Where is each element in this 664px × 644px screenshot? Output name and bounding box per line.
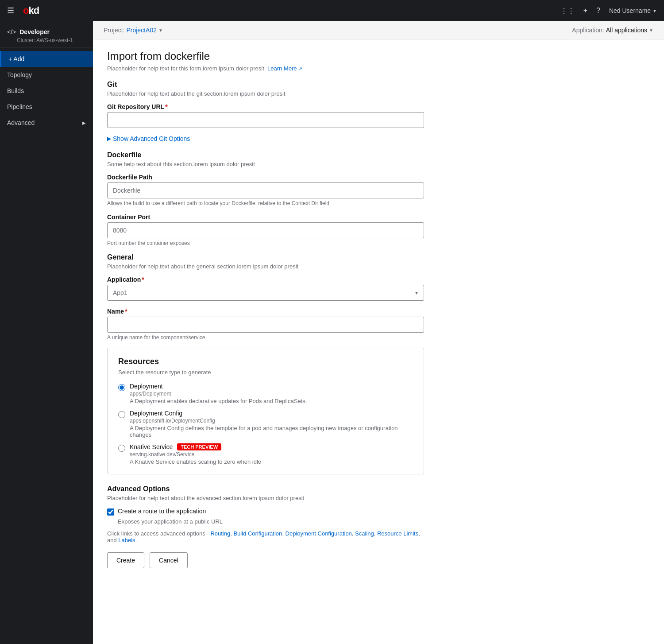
deployment-api: apps/Deployment	[130, 391, 413, 397]
dockerfile-section-title: Dockerfile	[107, 151, 424, 159]
comma-4: ,	[374, 530, 377, 537]
git-repo-url-label: Git Repository URL*	[107, 103, 424, 110]
advanced-git-label: Show Advanced Git Options	[113, 135, 190, 142]
git-repo-url-input[interactable]	[107, 112, 424, 128]
add-icon[interactable]: +	[583, 7, 587, 15]
required-indicator: *	[165, 103, 167, 110]
project-selector[interactable]: Project: ProjectA02 ▼	[104, 27, 163, 34]
git-section-title: Git	[107, 81, 424, 89]
sidebar-header-top: </> Developer	[7, 28, 86, 35]
resource-limits-link[interactable]: Resource Limits	[377, 530, 418, 537]
knative-service-content: Knative Service Tech Preview serving.kna…	[130, 443, 413, 465]
sidebar-item-builds-label: Builds	[7, 87, 24, 94]
name-input[interactable]	[107, 317, 424, 333]
sidebar-item-add[interactable]: + Add	[0, 51, 93, 67]
create-route-row: Create a route to the application	[107, 508, 424, 516]
labels-link[interactable]: Labels	[118, 537, 135, 543]
main-content: Project: ProjectA02 ▼ Application: All a…	[93, 21, 664, 644]
deployment-label: Deployment	[130, 383, 163, 390]
dockerfile-path-input[interactable]	[107, 182, 424, 198]
deployment-content: Deployment apps/Deployment A Deployment …	[130, 383, 413, 404]
page-subtitle: Placeholder for help text for this form.…	[107, 65, 424, 72]
sidebar-developer-label: Developer	[19, 28, 50, 35]
resources-title: Resources	[118, 357, 413, 366]
okd-logo: okd	[23, 5, 39, 16]
user-name: Ned Username	[609, 7, 651, 14]
apps-icon[interactable]: ⋮⋮	[560, 7, 575, 15]
deployment-config-desc: A Deployment Config defines the template…	[130, 425, 413, 438]
knative-service-option: Knative Service Tech Preview serving.kna…	[118, 443, 413, 465]
sidebar-item-pipelines[interactable]: Pipelines	[0, 99, 93, 115]
name-group: Name* A unique name for the component/se…	[107, 308, 424, 341]
chevron-right-icon: ▶	[107, 136, 111, 142]
sidebar-item-topology[interactable]: Topology	[0, 67, 93, 83]
name-label: Name*	[107, 308, 424, 315]
create-route-label: Create a route to the application	[118, 508, 206, 515]
name-hint: A unique name for the component/service	[107, 334, 424, 341]
application-group: Application* App1	[107, 276, 424, 301]
advanced-options-desc: Placeholder for help text about the adva…	[107, 495, 424, 501]
build-config-link[interactable]: Build Configuration	[233, 530, 282, 537]
sidebar-nav: + Add Topology Builds Pipelines Advanced…	[0, 47, 93, 134]
application-select-wrapper: App1	[107, 285, 424, 301]
advanced-links-row: Click links to access advanced options -…	[107, 530, 424, 543]
required-indicator-app: *	[142, 276, 144, 283]
nav-icons: ⋮⋮ + ? Ned Username ▼	[560, 7, 657, 15]
deployment-config-link[interactable]: Deployment Configuration	[286, 530, 352, 537]
dockerfile-section-desc: Some help text about this section.lorem …	[107, 161, 424, 167]
scaling-link[interactable]: Scaling	[355, 530, 374, 537]
app-label: Application:	[572, 27, 604, 34]
application-selector[interactable]: Application: All applications ▼	[572, 27, 653, 34]
advanced-options-title: Advanced Options	[107, 485, 424, 493]
help-icon[interactable]: ?	[596, 7, 600, 15]
resource-type-radio-group: Deployment apps/Deployment A Deployment …	[118, 383, 413, 465]
container-port-hint: Port number the container exposes	[107, 240, 424, 246]
application-label: Application*	[107, 276, 424, 283]
create-route-checkbox[interactable]	[107, 508, 114, 516]
deployment-config-label-row: Deployment Config	[130, 410, 413, 417]
knative-service-radio[interactable]	[118, 445, 125, 452]
resources-subtitle: Select the resource type to generate	[118, 369, 413, 376]
sidebar-item-advanced-arrow-icon: ▶	[82, 120, 86, 125]
hamburger-icon[interactable]: ☰	[7, 6, 14, 16]
dockerfile-path-group: Dockerfile Path Allows the build to use …	[107, 174, 424, 206]
sidebar-item-add-label: + Add	[8, 55, 24, 62]
dockerfile-path-hint: Allows the build to use a different path…	[107, 200, 424, 206]
git-section: Git Placeholder for help text about the …	[107, 81, 424, 142]
sidebar-header: </> Developer Cluster: AWS-us-west-1	[0, 21, 93, 47]
cancel-button[interactable]: Cancel	[150, 552, 188, 568]
sidebar-item-advanced-label: Advanced	[7, 119, 35, 126]
project-label: Project:	[104, 27, 124, 34]
deployment-radio[interactable]	[118, 384, 125, 391]
show-advanced-git-link[interactable]: ▶ Show Advanced Git Options	[107, 135, 424, 142]
advanced-options-section: Advanced Options Placeholder for help te…	[107, 485, 424, 543]
general-section-title: General	[107, 253, 424, 261]
application-select[interactable]: App1	[107, 285, 424, 301]
app-name: All applications	[606, 27, 647, 34]
external-link-icon: ↗	[298, 66, 302, 71]
knative-service-label: Knative Service	[130, 443, 173, 450]
form-content: Import from dockerfile Placeholder for h…	[93, 39, 438, 586]
sidebar-item-advanced[interactable]: Advanced ▶	[0, 115, 93, 131]
knative-service-desc: A Knative Service enables scaling to zer…	[130, 458, 413, 465]
project-caret-icon: ▼	[158, 28, 163, 33]
sidebar-item-pipelines-label: Pipelines	[7, 103, 32, 110]
page-title: Import from dockerfile	[107, 50, 424, 62]
main-layout: </> Developer Cluster: AWS-us-west-1 + A…	[0, 21, 664, 644]
required-indicator-name: *	[125, 308, 127, 315]
create-button[interactable]: Create	[107, 552, 144, 568]
page-subtitle-text: Placeholder for help text for this form.…	[107, 65, 264, 72]
sidebar-cluster: Cluster: AWS-us-west-1	[7, 37, 86, 43]
deployment-label-row: Deployment	[130, 383, 413, 390]
learn-more-link[interactable]: Learn More ↗	[267, 65, 302, 72]
general-section: General Placeholder for help text about …	[107, 253, 424, 341]
deployment-config-content: Deployment Config apps.openshift.io/Depl…	[130, 410, 413, 438]
container-port-input[interactable]	[107, 222, 424, 238]
sidebar-item-builds[interactable]: Builds	[0, 83, 93, 99]
user-menu[interactable]: Ned Username ▼	[609, 7, 657, 14]
git-section-desc: Placeholder for help text about the git …	[107, 90, 424, 97]
project-name: ProjectA02	[126, 27, 156, 34]
deployment-config-radio[interactable]	[118, 411, 125, 418]
routing-link[interactable]: Routing	[210, 530, 230, 537]
general-section-desc: Placeholder for help text about the gene…	[107, 263, 424, 270]
